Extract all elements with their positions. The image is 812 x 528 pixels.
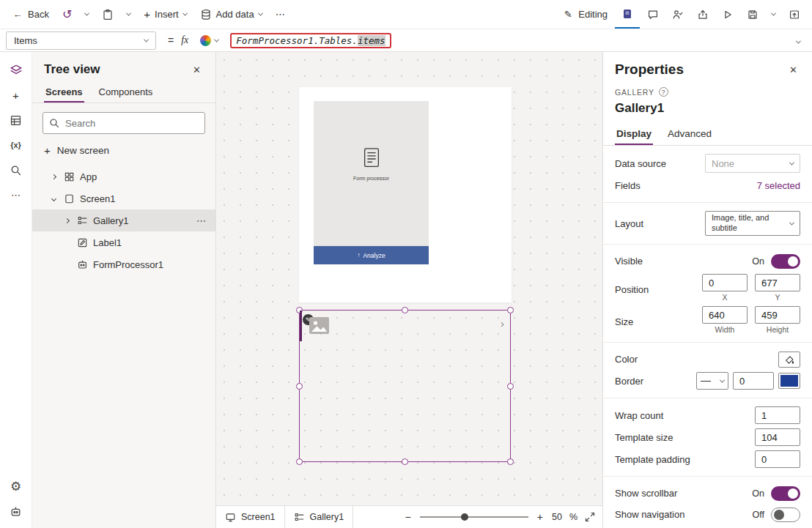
size-width-input[interactable] <box>702 306 748 324</box>
comments-button[interactable] <box>641 3 665 26</box>
property-selector-value: Items <box>14 35 37 46</box>
tab-display[interactable]: Display <box>615 122 653 145</box>
position-x-input[interactable] <box>702 274 748 291</box>
template-size-input[interactable] <box>755 428 800 446</box>
analyze-label: Analyze <box>363 252 385 259</box>
position-y-sublabel: Y <box>775 293 780 302</box>
show-navigation-toggle[interactable] <box>771 507 800 522</box>
wrap-count-input[interactable] <box>755 406 800 424</box>
chevron-right-icon[interactable] <box>48 175 59 179</box>
rail-data-button[interactable] <box>4 108 29 133</box>
publish-button[interactable] <box>783 3 806 26</box>
rail-search-button[interactable] <box>4 157 29 182</box>
tree-item-label1[interactable]: Label1 <box>32 231 215 253</box>
back-button[interactable]: ← Back <box>6 3 55 26</box>
size-height-sublabel: Height <box>767 325 789 334</box>
resize-handle[interactable] <box>507 383 514 390</box>
position-y-input[interactable] <box>755 274 800 291</box>
tree-item-app[interactable]: App <box>32 166 215 187</box>
tree-item-label: App <box>80 171 97 182</box>
tree-item-formprocessor1[interactable]: FormProcessor1 <box>32 253 215 275</box>
resize-handle[interactable] <box>507 458 514 465</box>
canvas-area[interactable]: Form processor ↑ Analyze ✎ › <box>216 52 602 528</box>
resize-handle[interactable] <box>296 383 303 390</box>
color-picker-button[interactable] <box>778 352 800 368</box>
rail-tree-view-button[interactable] <box>4 58 29 83</box>
tab-components[interactable]: Components <box>97 81 155 103</box>
rail-variables-button[interactable]: {x} <box>4 133 29 157</box>
resize-handle[interactable] <box>402 307 408 313</box>
editing-status-button[interactable]: ✎ Editing <box>556 3 613 26</box>
chevron-right-icon[interactable] <box>62 219 72 223</box>
screen1-preview[interactable]: Form processor ↑ Analyze <box>299 87 512 302</box>
copilot-menu[interactable] <box>200 35 218 46</box>
footer-tab-screen1[interactable]: Screen1 <box>216 506 285 528</box>
rail-insert-button[interactable]: + <box>4 83 29 108</box>
properties-close-button[interactable]: ✕ <box>786 63 800 77</box>
paste-button[interactable] <box>96 3 119 26</box>
border-color-swatch[interactable] <box>778 373 800 389</box>
zoom-out-button[interactable]: − <box>404 511 413 523</box>
insert-button[interactable]: + Insert <box>138 3 192 26</box>
show-scrollbar-toggle[interactable] <box>771 486 800 501</box>
gallery1-selection[interactable]: ✎ › <box>299 310 511 462</box>
tree-item-label: FormProcessor1 <box>93 259 163 270</box>
form-processor-icon <box>77 259 88 270</box>
formula-bar-expand-button[interactable] <box>789 32 808 49</box>
top-toolbar: ← Back ↺ + Insert Add data ⋯ ✎ Editing <box>0 0 812 29</box>
zoom-slider[interactable] <box>420 512 528 522</box>
help-icon[interactable]: ? <box>659 87 668 97</box>
zoom-slider-thumb[interactable] <box>461 513 468 521</box>
share-button[interactable] <box>691 3 715 26</box>
search-input[interactable] <box>43 112 205 134</box>
fields-edit-link[interactable]: 7 selected <box>757 180 800 191</box>
border-style-select[interactable] <box>696 372 728 390</box>
resize-handle[interactable] <box>507 307 514 313</box>
data-source-select[interactable]: None <box>705 154 800 173</box>
gallery-next-arrow-icon[interactable]: › <box>501 317 504 330</box>
undo-menu-button[interactable] <box>79 3 95 26</box>
tree-item-gallery1[interactable]: Gallery1 ⋯ <box>32 209 215 231</box>
add-data-button[interactable]: Add data <box>194 3 268 26</box>
rail-virtual-agent-button[interactable] <box>4 499 29 524</box>
rail-settings-button[interactable]: ⚙ <box>4 474 29 499</box>
resize-handle[interactable] <box>402 458 408 465</box>
layout-select[interactable]: Image, title, and subtitle <box>705 211 800 236</box>
clipboard-icon <box>102 9 114 21</box>
fit-to-window-button[interactable] <box>585 512 595 522</box>
form-processor-control[interactable]: Form processor ↑ Analyze <box>314 101 429 264</box>
more-commands-button[interactable]: ⋯ <box>270 3 291 26</box>
tree-item-more-button[interactable]: ⋯ <box>196 215 207 226</box>
formula-input[interactable]: FormProcessor1.Tables.items <box>230 33 789 48</box>
property-selector[interactable]: Items <box>6 31 156 50</box>
border-weight-input[interactable] <box>733 372 774 390</box>
save-button[interactable] <box>741 3 764 26</box>
insert-label: Insert <box>155 9 179 20</box>
preview-play-button[interactable] <box>716 3 739 26</box>
footer-tab-gallery1[interactable]: Gallery1 <box>285 506 354 528</box>
variables-icon: {x} <box>10 141 21 149</box>
database-icon <box>200 9 212 21</box>
formula-text: FormProcessor1.Tables. <box>236 35 358 46</box>
tab-screens[interactable]: Screens <box>44 81 84 103</box>
back-arrow-icon: ← <box>12 9 23 21</box>
analyze-button[interactable]: ↑ Analyze <box>314 246 429 264</box>
paste-menu-button[interactable] <box>121 3 136 26</box>
template-padding-input[interactable] <box>755 450 800 468</box>
resize-handle[interactable] <box>296 458 303 465</box>
tree-item-screen1[interactable]: Screen1 <box>32 187 215 209</box>
undo-button[interactable]: ↺ <box>56 3 78 26</box>
form-processor-caption: Form processor <box>353 176 389 181</box>
visible-toggle[interactable] <box>771 254 800 269</box>
size-height-input[interactable] <box>755 306 800 324</box>
formula-selected-token: items <box>358 35 385 46</box>
tab-advanced[interactable]: Advanced <box>666 122 713 145</box>
app-authoring-panel-toggle[interactable] <box>615 1 640 29</box>
zoom-in-button[interactable]: + <box>536 511 545 523</box>
new-screen-button[interactable]: + New screen <box>37 140 211 161</box>
rail-more-button[interactable]: ⋯ <box>4 182 29 207</box>
tree-view-close-button[interactable]: ✕ <box>190 63 204 77</box>
save-menu-button[interactable] <box>766 3 781 26</box>
chevron-down-icon[interactable] <box>48 197 59 201</box>
copresence-button[interactable] <box>666 3 690 26</box>
